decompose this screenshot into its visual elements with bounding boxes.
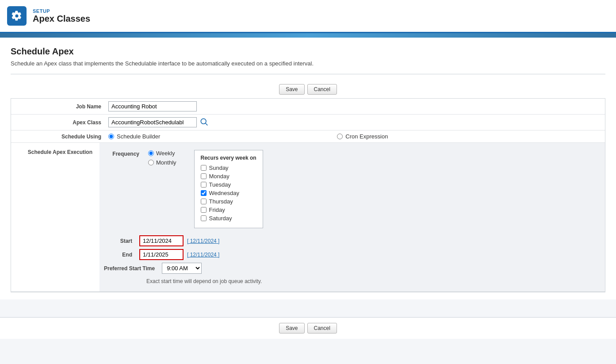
day-monday-checkbox[interactable] [201,173,207,179]
days-container: SundayMondayTuesdayWednesdayThursdayFrid… [201,165,256,222]
cron-expression-radio-label[interactable]: Cron Expression [345,133,388,140]
date-section: Start [ 12/11/2024 ] End [ 12/11/2024 ] … [104,235,596,274]
top-toolbar: Save Cancel [11,80,605,98]
recurs-box: Recurs every week on SundayMondayTuesday… [194,150,263,228]
frequency-monthly-radio[interactable] [148,160,154,165]
divider [11,74,605,74]
day-thursday-label[interactable]: Thursday [209,198,233,205]
schedule-row-inner: Schedule Using Schedule Builder Cron Exp… [20,133,596,140]
day-tuesday-label[interactable]: Tuesday [209,181,231,188]
setup-label: SETUP [33,8,90,14]
end-date-row: End [ 12/11/2024 ] [104,249,596,260]
frequency-label: Frequency [104,150,139,157]
cron-expression-group: Cron Expression [337,133,388,140]
apex-class-input[interactable] [108,117,197,127]
job-name-label: Job Name [20,103,108,110]
schedule-builder-radio-label[interactable]: Schedule Builder [117,133,160,140]
day-sunday-checkbox[interactable] [201,165,207,171]
schedule-using-row: Schedule Using Schedule Builder Cron Exp… [11,130,605,143]
job-name-row: Job Name [11,99,605,115]
day-friday-label[interactable]: Friday [209,207,225,213]
schedule-builder-group: Schedule Builder [108,133,160,140]
execution-label: Schedule Apex Execution [11,143,99,291]
day-saturday-label[interactable]: Saturday [209,215,232,222]
svg-line-1 [206,123,208,126]
schedule-builder-radio[interactable] [108,134,114,139]
top-save-button[interactable]: Save [279,84,304,95]
page-description: Schedule an Apex class that implements t… [11,60,605,67]
page-title: Schedule Apex [11,46,605,57]
main-content: Schedule Apex Schedule an Apex class tha… [0,38,616,299]
frequency-row: Frequency Weekly Monthly [104,150,596,228]
end-date-input[interactable] [139,249,184,260]
time-row: Preferred Start Time 12:00 AM1:00 AM2:00… [104,263,596,274]
header: SETUP Apex Classes [0,0,616,33]
execution-row: Schedule Apex Execution Frequency Weekly [11,143,605,292]
day-checkbox-sunday: Sunday [201,165,256,171]
day-checkbox-friday: Friday [201,207,256,213]
day-monday-label[interactable]: Monday [209,173,230,180]
day-friday-checkbox[interactable] [201,207,207,213]
frequency-weekly-label[interactable]: Weekly [148,150,176,157]
apex-class-field-group [108,117,208,127]
day-checkbox-wednesday: Wednesday [201,190,256,196]
apex-class-row: Apex Class [11,115,605,130]
top-cancel-button[interactable]: Cancel [307,84,337,95]
frequency-monthly-label[interactable]: Monthly [148,159,176,166]
blue-bar [0,33,616,38]
exact-note: Exact start time will depend on job queu… [146,278,596,284]
header-title: Apex Classes [33,14,90,24]
recurs-title: Recurs every week on [201,155,256,161]
day-checkbox-thursday: Thursday [201,198,256,205]
execution-content: Frequency Weekly Monthly [99,143,605,291]
cron-expression-radio[interactable] [337,134,343,139]
job-name-input[interactable] [108,101,197,111]
preferred-start-time-label: Preferred Start Time [104,265,162,272]
bottom-toolbar: Save Cancel [0,317,616,339]
start-label: Start [104,238,139,244]
form-section: Job Name Apex Class [11,98,605,292]
app-icon [7,6,27,26]
day-tuesday-checkbox[interactable] [201,182,207,188]
start-date-link[interactable]: [ 12/11/2024 ] [187,238,219,244]
day-sunday-label[interactable]: Sunday [209,165,229,171]
start-date-input[interactable] [139,235,184,246]
frequency-weekly-radio[interactable] [148,150,154,156]
end-label: End [104,252,139,258]
day-checkbox-saturday: Saturday [201,215,256,222]
header-text: SETUP Apex Classes [33,8,90,24]
frequency-options: Weekly Monthly [148,150,176,166]
preferred-start-time-select[interactable]: 12:00 AM1:00 AM2:00 AM3:00 AM4:00 AM5:00… [162,263,202,274]
page-wrapper: SETUP Apex Classes Schedule Apex Schedul… [0,0,616,364]
bottom-save-button[interactable]: Save [279,323,304,333]
apex-class-label: Apex Class [20,119,108,126]
svg-point-0 [201,119,206,124]
day-checkbox-tuesday: Tuesday [201,181,256,188]
schedule-using-label: Schedule Using [20,134,108,140]
day-thursday-checkbox[interactable] [201,199,207,204]
day-saturday-checkbox[interactable] [201,215,207,221]
start-date-row: Start [ 12/11/2024 ] [104,235,596,246]
bottom-cancel-button[interactable]: Cancel [307,323,337,333]
end-date-link[interactable]: [ 12/11/2024 ] [187,252,219,258]
apex-class-search-button[interactable] [199,117,208,127]
day-wednesday-label[interactable]: Wednesday [209,190,239,196]
day-wednesday-checkbox[interactable] [201,190,207,196]
spacer [0,299,616,317]
day-checkbox-monday: Monday [201,173,256,180]
